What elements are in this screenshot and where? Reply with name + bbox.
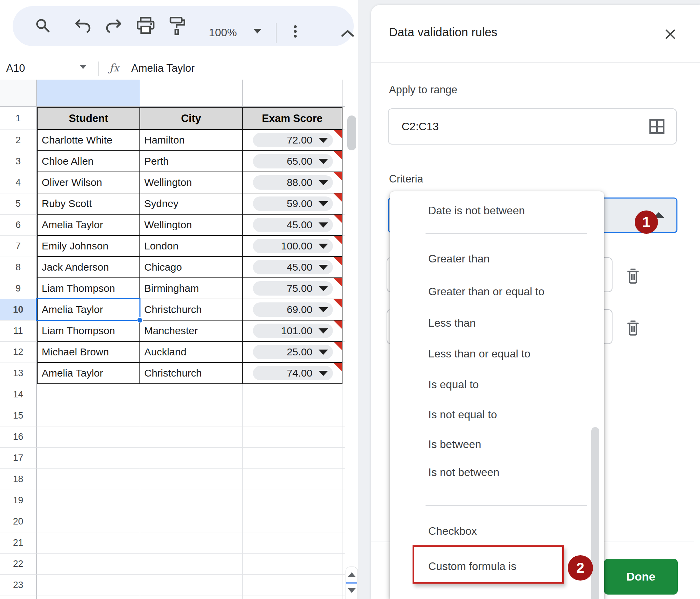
cell-C14[interactable] (243, 384, 342, 405)
print-icon[interactable] (134, 14, 157, 38)
menu-item-is-between[interactable]: Is between (428, 437, 481, 451)
formula-bar-value[interactable]: Amelia Taylor (131, 62, 195, 74)
cell-B14[interactable] (140, 384, 243, 405)
sheet-scrollbar-thumb[interactable] (347, 115, 356, 150)
cell-C9[interactable]: 75.00 (243, 278, 342, 299)
menu-item-less-than[interactable]: Less than (428, 316, 476, 330)
cell-B24[interactable] (140, 596, 243, 599)
cell-A21[interactable] (37, 532, 140, 554)
score-dropdown-chip[interactable]: 72.00 (253, 133, 333, 147)
cell-B20[interactable] (140, 511, 243, 532)
row-number-18[interactable]: 18 (0, 469, 37, 490)
name-box-caret-icon[interactable] (80, 65, 86, 69)
cell-C6[interactable]: 45.00 (243, 215, 342, 236)
cell-B23[interactable] (140, 575, 243, 596)
row-number-9[interactable]: 9 (0, 278, 37, 299)
menu-item-greater-than[interactable]: Greater than (428, 251, 490, 266)
cell-C4[interactable]: 88.00 (243, 172, 342, 193)
row-number-2[interactable]: 2 (0, 130, 37, 151)
done-button[interactable]: Done (604, 559, 678, 595)
cell-A17[interactable] (37, 448, 140, 469)
row-number-8[interactable]: 8 (0, 257, 37, 278)
cell-C3[interactable]: 65.00 (243, 151, 342, 172)
cell-A15[interactable] (37, 405, 140, 426)
cell-A2[interactable]: Charlotte White (37, 130, 140, 151)
row-number-12[interactable]: 12 (0, 342, 37, 363)
undo-icon[interactable] (71, 16, 93, 36)
range-input[interactable]: C2:C13 (388, 108, 677, 145)
paint-format-icon[interactable] (165, 13, 188, 40)
cell-C8[interactable]: 45.00 (243, 257, 342, 278)
fill-handle[interactable] (137, 317, 143, 323)
cell-A18[interactable] (37, 469, 140, 490)
row-number-11[interactable]: 11 (0, 321, 37, 342)
menu-item-greater-than-or-equal-to[interactable]: Greater than or equal to (428, 284, 544, 299)
row-number-24[interactable]: 24 (0, 596, 37, 599)
name-box[interactable]: A10 (6, 62, 25, 74)
close-icon[interactable] (663, 27, 677, 41)
select-all-corner[interactable] (0, 80, 37, 107)
cell-A9[interactable]: Liam Thompson (37, 278, 140, 299)
cell-C1[interactable]: Exam Score (243, 107, 342, 130)
cell-C23[interactable] (243, 575, 342, 596)
cell-C12[interactable]: 25.00 (243, 342, 342, 363)
scroll-up-icon[interactable] (348, 572, 356, 577)
cell-A24[interactable] (37, 596, 140, 599)
menu-scrollbar-thumb[interactable] (591, 427, 599, 599)
cell-C24[interactable] (243, 596, 342, 599)
score-dropdown-chip[interactable]: 45.00 (253, 260, 333, 274)
cell-B1[interactable]: City (140, 107, 243, 130)
cell-B8[interactable]: Chicago (140, 257, 243, 278)
column-header-B[interactable] (140, 80, 243, 107)
sheet-scrollbar-track[interactable] (345, 80, 358, 599)
score-dropdown-chip[interactable]: 88.00 (253, 175, 333, 190)
menu-item-is-equal-to[interactable]: Is equal to (428, 377, 479, 392)
cell-C15[interactable] (243, 405, 342, 426)
cell-C5[interactable]: 59.00 (243, 193, 342, 215)
menu-item-checkbox[interactable]: Checkbox (428, 524, 477, 538)
row-number-19[interactable]: 19 (0, 490, 37, 511)
row-number-20[interactable]: 20 (0, 511, 37, 532)
row-number-10[interactable]: 10 (0, 299, 37, 321)
row-number-14[interactable]: 14 (0, 384, 37, 405)
cell-B11[interactable]: Manchester (140, 321, 243, 342)
redo-icon[interactable] (103, 16, 125, 36)
cell-C7[interactable]: 100.00 (243, 236, 342, 257)
row-number-23[interactable]: 23 (0, 575, 37, 596)
cell-C16[interactable] (243, 426, 342, 448)
cell-C13[interactable]: 74.00 (243, 363, 342, 384)
row-number-21[interactable]: 21 (0, 532, 37, 554)
score-dropdown-chip[interactable]: 74.00 (253, 366, 333, 380)
row-number-3[interactable]: 3 (0, 151, 37, 172)
cell-A5[interactable]: Ruby Scott (37, 193, 140, 215)
cell-B13[interactable]: Christchurch (140, 363, 243, 384)
cell-A4[interactable]: Oliver Wilson (37, 172, 140, 193)
cell-B9[interactable]: Birmingham (140, 278, 243, 299)
row-number-16[interactable]: 16 (0, 426, 37, 448)
cell-C2[interactable]: 72.00 (243, 130, 342, 151)
cell-A7[interactable]: Emily Johnson (37, 236, 140, 257)
cell-B6[interactable]: Wellington (140, 215, 243, 236)
cell-A1[interactable]: Student (37, 107, 140, 130)
row-number-5[interactable]: 5 (0, 193, 37, 215)
cell-B10[interactable]: Christchurch (140, 299, 243, 321)
cell-A14[interactable] (37, 384, 140, 405)
cell-C21[interactable] (243, 532, 342, 554)
cell-B15[interactable] (140, 405, 243, 426)
row-number-7[interactable]: 7 (0, 236, 37, 257)
cell-C11[interactable]: 101.00 (243, 321, 342, 342)
cell-B22[interactable] (140, 554, 243, 575)
zoom-dropdown-caret-icon[interactable] (253, 29, 261, 33)
row-number-15[interactable]: 15 (0, 405, 37, 426)
cell-C17[interactable] (243, 448, 342, 469)
cell-C20[interactable] (243, 511, 342, 532)
cell-B2[interactable]: Hamilton (140, 130, 243, 151)
collapse-toolbar-icon[interactable] (337, 25, 358, 42)
scroll-down-icon[interactable] (348, 588, 356, 593)
cell-A3[interactable]: Chloe Allen (37, 151, 140, 172)
cell-C19[interactable] (243, 490, 342, 511)
cell-A8[interactable]: Jack Anderson (37, 257, 140, 278)
cell-A12[interactable]: Michael Brown (37, 342, 140, 363)
menu-item-is-not-equal-to[interactable]: Is not equal to (428, 407, 497, 422)
cell-C22[interactable] (243, 554, 342, 575)
